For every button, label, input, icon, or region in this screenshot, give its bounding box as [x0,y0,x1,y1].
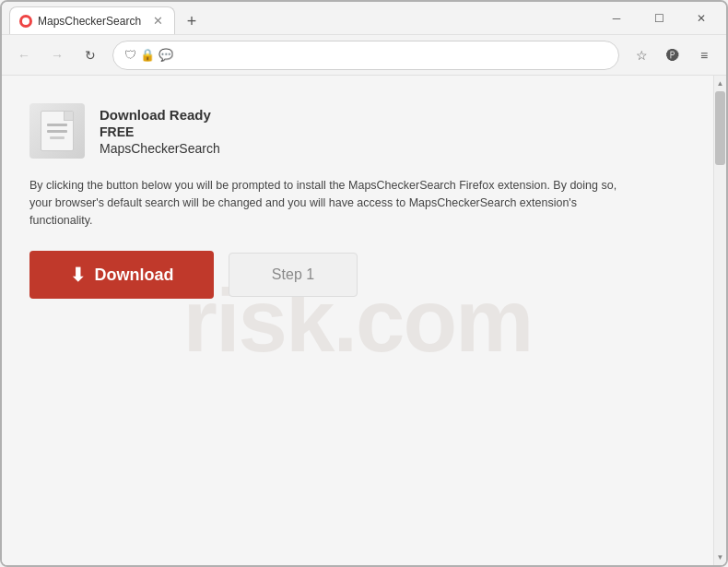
page-content: Download Ready FREE MapsCheckerSearch By… [29,103,656,299]
extension-card: Download Ready FREE MapsCheckerSearch [29,103,656,159]
minimize-button[interactable]: ─ [595,2,638,35]
bookmark-button[interactable]: ☆ [627,41,656,70]
address-icons: 🛡 🔒 💬 [124,48,173,62]
scroll-track [714,91,726,549]
menu-button[interactable]: ≡ [689,41,719,70]
ext-title: Download Ready [100,107,220,123]
lock-icon: 🔒 [140,48,155,62]
paper-line-1 [47,124,67,126]
paper-line-2 [47,130,67,133]
tabs-area: MapsCheckerSearch ✕ + [9,2,595,34]
page-area: risk.com Download Ready FREE MapsChecker… [2,76,713,565]
step-label: Step 1 [272,266,314,282]
tab-favicon [19,15,32,28]
ext-free: FREE [100,124,220,139]
tab-title: MapsCheckerSearch [38,15,145,28]
scroll-down-button[interactable]: ▼ [714,549,727,565]
download-button[interactable]: ⬇ Download [29,251,214,299]
download-label: Download [95,266,174,285]
extension-info: Download Ready FREE MapsCheckerSearch [100,107,220,156]
scroll-thumb[interactable] [715,91,725,165]
extension-icon [29,103,85,159]
browser-content: risk.com Download Ready FREE MapsChecker… [2,76,726,565]
refresh-button[interactable]: ↻ [76,41,105,70]
active-tab[interactable]: MapsCheckerSearch ✕ [9,6,175,34]
nav-right-buttons: ☆ 🅟 ≡ [627,41,719,70]
pocket-button[interactable]: 🅟 [658,41,687,70]
description-text: By clicking the button below you will be… [29,177,638,229]
paper-corner [64,112,73,121]
window-controls: ─ ☐ ✕ [595,2,726,35]
shield-icon: 🛡 [124,48,136,62]
nav-bar: ← → ↻ 🛡 🔒 💬 ☆ 🅟 ≡ [2,35,726,76]
forward-button[interactable]: → [42,41,72,70]
close-button[interactable]: ✕ [680,2,722,35]
scrollbar: ▲ ▼ [713,76,726,565]
download-icon: ⬇ [70,264,86,286]
ext-name: MapsCheckerSearch [100,141,220,156]
chat-icon: 💬 [159,48,173,62]
address-bar[interactable]: 🛡 🔒 💬 [112,41,619,70]
tab-close-button[interactable]: ✕ [150,14,165,29]
buttons-area: ⬇ Download Step 1 [29,251,656,299]
icon-paper [41,111,74,151]
paper-line-3 [50,136,64,139]
new-tab-button[interactable]: + [179,8,205,34]
step-button[interactable]: Step 1 [229,253,358,297]
scroll-up-button[interactable]: ▲ [714,76,727,91]
back-button[interactable]: ← [9,41,39,70]
maximize-button[interactable]: ☐ [638,2,680,35]
title-bar: MapsCheckerSearch ✕ + ─ ☐ ✕ [2,2,726,35]
